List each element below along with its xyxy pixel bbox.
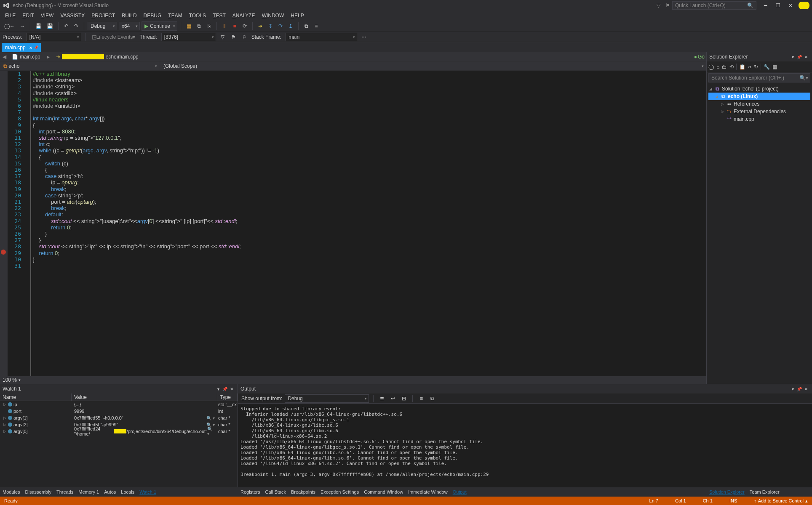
step-out-button[interactable]: ↥: [286, 21, 295, 31]
nav-left-icon[interactable]: ◀: [0, 54, 8, 60]
output-toggle-button[interactable]: ⊟: [400, 394, 408, 403]
continue-button[interactable]: ▶Continue: [142, 21, 177, 31]
step-over-button[interactable]: ↷: [276, 21, 285, 31]
output-dropdown-icon[interactable]: ▾: [789, 387, 796, 391]
step-into-button[interactable]: ↧: [266, 21, 275, 31]
tb-icon-1[interactable]: ▦: [184, 21, 193, 31]
output-pin-icon[interactable]: 📌: [796, 387, 803, 391]
member-scope-select[interactable]: (Global Scope): [160, 61, 706, 70]
se-sync-icon[interactable]: ⟲: [729, 64, 734, 70]
tab-immediate-window[interactable]: Immediate Window: [406, 488, 450, 496]
stackframe-opts-button[interactable]: ⋯: [360, 32, 368, 42]
menu-analyze[interactable]: ANALYZE: [230, 12, 258, 19]
se-code-icon[interactable]: ‹›: [748, 64, 751, 70]
panel-close-icon[interactable]: ✕: [803, 55, 809, 59]
stop-debug-button[interactable]: ■: [230, 21, 239, 31]
watch-close-icon[interactable]: ✕: [228, 387, 235, 391]
tb-misc-1[interactable]: ⧉: [302, 21, 310, 31]
quick-launch-input[interactable]: Quick Launch (Ctrl+Q) 🔍: [672, 1, 756, 10]
restore-button[interactable]: ❐: [772, 1, 784, 10]
project-scope-select[interactable]: ⧉ echo: [0, 61, 160, 70]
solution-explorer-search[interactable]: Search Solution Explorer (Ctrl+;) 🔍▾: [708, 73, 810, 82]
output-source-select[interactable]: Debug: [285, 394, 369, 403]
nav-crumb-path[interactable]: ➜echo\main.cpp: [53, 52, 142, 61]
menu-debug[interactable]: DEBUG: [141, 12, 164, 19]
stackframe-select[interactable]: main: [286, 33, 357, 41]
menu-help[interactable]: HELP: [288, 12, 306, 19]
thread-flag-button[interactable]: ⚑: [230, 32, 238, 42]
watch-row[interactable]: ▷ argv[1]0x7fffffffed55 "-h0.0.0.0"🔍 ▾ch…: [0, 415, 238, 421]
tab-locals[interactable]: Locals: [118, 488, 137, 496]
menu-test[interactable]: TEST: [210, 12, 228, 19]
tree-main-cpp-node[interactable]: ⁺⁺main.cpp: [708, 115, 810, 123]
output-clear-button[interactable]: ≣: [378, 394, 386, 403]
tab-exception-settings[interactable]: Exception Settings: [318, 488, 361, 496]
tree-extdeps-node[interactable]: ▷🗀External Dependencies: [708, 108, 810, 115]
menu-window[interactable]: WINDOW: [259, 12, 287, 19]
notification-filter-icon[interactable]: ▽: [654, 3, 662, 8]
menu-edit[interactable]: EDIT: [20, 12, 36, 19]
tree-solution-node[interactable]: ◢⧉Solution 'echo' (1 project): [708, 85, 810, 93]
watch-pin-icon[interactable]: 📌: [222, 387, 228, 391]
output-wrap-button[interactable]: ↩: [389, 394, 397, 403]
nav-fwd-button[interactable]: →: [18, 21, 27, 31]
save-all-button[interactable]: 💾: [45, 21, 55, 31]
se-showall-icon[interactable]: ▦: [772, 64, 777, 70]
config-select[interactable]: Debug: [88, 22, 117, 30]
close-button[interactable]: ✕: [784, 1, 797, 10]
output-text[interactable]: Stopped due to shared library event: Inf…: [238, 404, 812, 487]
tab-call-stack[interactable]: Call Stack: [262, 488, 288, 496]
tb-misc-2[interactable]: ≡: [312, 21, 321, 31]
zoom-level[interactable]: 100 %: [3, 377, 17, 383]
tab-disassembly[interactable]: Disassembly: [23, 488, 54, 496]
watch-row[interactable]: port9999int: [0, 408, 238, 415]
save-button[interactable]: 💾: [34, 21, 43, 31]
thread-filter-button[interactable]: ▽: [219, 32, 227, 42]
tab-watch-1[interactable]: Watch 1: [137, 488, 159, 496]
thread-flag2-button[interactable]: ⚐: [240, 32, 249, 42]
close-tab-icon[interactable]: ✕: [29, 45, 32, 50]
nav-crumb-file[interactable]: 📄main.cpp: [8, 52, 44, 61]
se-pending-icon[interactable]: 🗀: [722, 64, 727, 70]
break-all-button[interactable]: Ⅱ: [220, 21, 229, 31]
redo-button[interactable]: ↷: [72, 21, 80, 31]
tab-output[interactable]: Output: [450, 488, 469, 496]
tab-threads[interactable]: Threads: [54, 488, 76, 496]
document-tab-main-cpp[interactable]: main.cpp📌✕: [2, 43, 41, 52]
watch-row[interactable]: ▷ argv[0]0x7fffffffed24 "/home//projects…: [0, 428, 238, 435]
tree-references-node[interactable]: ▷▪▪References: [708, 100, 810, 108]
tb-icon-2[interactable]: ⧉: [195, 21, 203, 31]
show-next-statement-button[interactable]: ➜: [256, 21, 264, 31]
signin-avatar[interactable]: [799, 2, 809, 9]
tab-modules[interactable]: Modules: [0, 488, 23, 496]
se-properties-icon[interactable]: 🔧: [764, 64, 770, 70]
menu-team[interactable]: TEAM: [166, 12, 184, 19]
process-select[interactable]: [N/A]: [27, 33, 81, 41]
add-to-source-control[interactable]: ↑ Add to Source Control ▴: [754, 498, 808, 504]
nav-go-button[interactable]: ● Go: [694, 54, 705, 60]
tab-breakpoints[interactable]: Breakpoints: [288, 488, 318, 496]
notification-flag-icon[interactable]: ⚑: [664, 3, 671, 8]
undo-button[interactable]: ↶: [62, 21, 70, 31]
thread-select[interactable]: [8376]: [161, 33, 216, 41]
menu-build[interactable]: BUILD: [119, 12, 139, 19]
output-opt1-button[interactable]: ≡: [417, 394, 425, 403]
tab-registers[interactable]: Registers: [238, 488, 262, 496]
se-copy-icon[interactable]: 📋: [739, 64, 745, 70]
menu-vassistx[interactable]: VASSISTX: [58, 12, 87, 19]
minimize-button[interactable]: ━: [759, 1, 772, 10]
output-close-icon[interactable]: ✕: [803, 387, 809, 391]
tb-icon-3[interactable]: ⎘: [205, 21, 213, 31]
tab-team-explorer[interactable]: Team Explorer: [747, 488, 782, 496]
watch-row[interactable]: ▷ ip{...}std::__cx: [0, 401, 238, 408]
se-home-icon[interactable]: ⌂: [716, 64, 719, 70]
menu-file[interactable]: FILE: [3, 12, 18, 19]
tab-solution-explorer[interactable]: Solution Explorer: [707, 488, 747, 496]
tab-autos[interactable]: Autos: [102, 488, 118, 496]
pin-icon[interactable]: 📌: [34, 45, 38, 50]
nav-back-button[interactable]: ◯←: [3, 21, 16, 31]
se-back-icon[interactable]: ◯: [708, 64, 714, 70]
lifecycle-events-button[interactable]: ◳ Lifecycle Events ▾: [90, 32, 137, 42]
panel-pin-icon[interactable]: 📌: [796, 55, 803, 59]
tab-memory-1[interactable]: Memory 1: [76, 488, 102, 496]
